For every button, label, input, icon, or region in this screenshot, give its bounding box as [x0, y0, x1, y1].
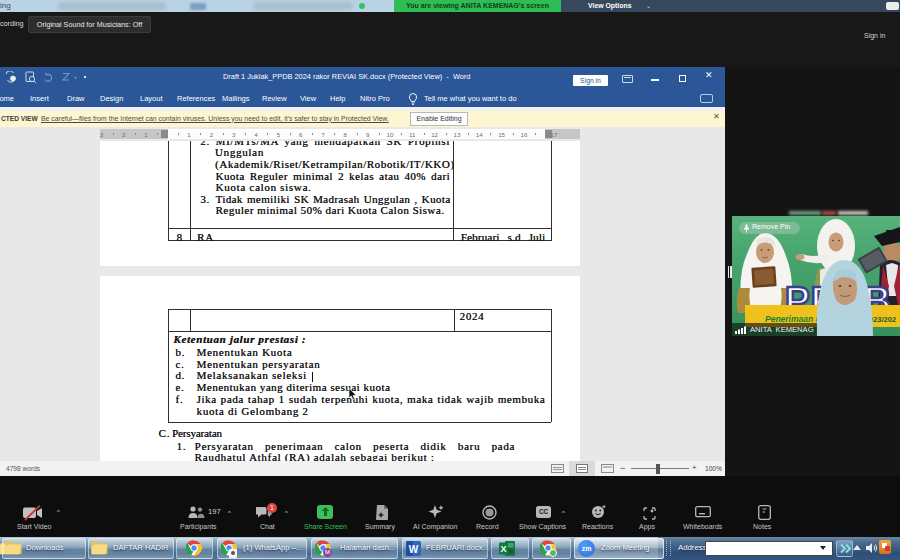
svg-text:X: X: [500, 544, 506, 554]
svg-text:W: W: [409, 543, 419, 554]
